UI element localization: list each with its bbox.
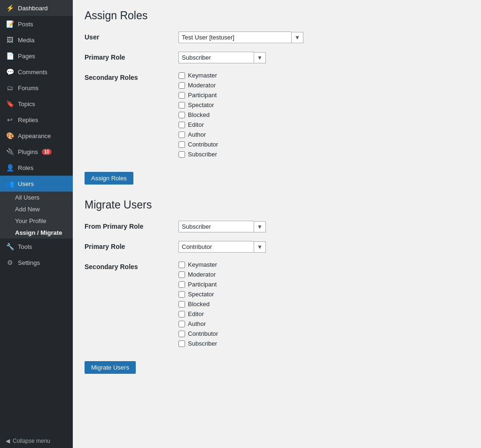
list-item[interactable]: Participant (178, 281, 218, 288)
sidebar-item-forums[interactable]: 🗂 Forums (0, 80, 73, 96)
media-icon: 🖼 (6, 36, 14, 44)
migrate-users-title: Migrate Users (85, 199, 469, 211)
posts-icon: 📝 (6, 20, 14, 28)
user-select[interactable]: Test User [testuser] (178, 31, 291, 43)
replies-icon: ↩ (6, 116, 14, 124)
secondary-roles-control: Keymaster Moderator Participant Spectato… (178, 72, 218, 158)
sidebar-item-media[interactable]: 🖼 Media (0, 32, 73, 48)
user-select-wrapper: Test User [testuser] ▼ (178, 31, 303, 43)
from-primary-role-control: Subscriber Contributor Author Editor ▼ (178, 221, 266, 232)
from-primary-role-select[interactable]: Subscriber Contributor Author Editor (178, 221, 254, 232)
sidebar-item-users[interactable]: 👥 Users (0, 176, 73, 192)
user-select-arrow[interactable]: ▼ (291, 32, 303, 43)
from-primary-role-row: From Primary Role Subscriber Contributor… (85, 221, 469, 232)
blocked-checkbox[interactable] (178, 112, 185, 118)
participant-checkbox[interactable] (178, 92, 185, 99)
keymaster-checkbox[interactable] (178, 72, 185, 79)
migrate-contributor-checkbox[interactable] (178, 331, 185, 337)
migrate-author-checkbox[interactable] (178, 321, 185, 327)
list-item[interactable]: Keymaster (178, 72, 218, 79)
users-submenu: All Users Add New Your Profile Assign / … (0, 192, 73, 239)
list-item[interactable]: Contributor (178, 330, 218, 337)
sidebar-item-dashboard[interactable]: ⚡ Dashboard (0, 0, 73, 16)
subscriber-checkbox[interactable] (178, 151, 185, 158)
list-item[interactable]: Editor (178, 121, 218, 128)
list-item[interactable]: Keymaster (178, 261, 218, 268)
list-item[interactable]: Spectator (178, 101, 218, 108)
sidebar-item-roles[interactable]: 👤 Roles (0, 160, 73, 176)
pages-icon: 📄 (6, 52, 14, 60)
migrate-secondary-roles-row: Secondary Roles Keymaster Moderator Part… (85, 261, 469, 347)
sidebar-item-settings[interactable]: ⚙ Settings (0, 255, 73, 270)
forums-icon: 🗂 (6, 84, 14, 92)
user-row: User Test User [testuser] ▼ (85, 31, 469, 43)
sidebar-item-topics[interactable]: 🔖 Topics (0, 96, 73, 112)
submenu-item-your-profile[interactable]: Your Profile (0, 215, 73, 227)
primary-role-row: Primary Role Subscriber Contributor Auth… (85, 52, 469, 63)
migrate-primary-role-select-arrow[interactable]: ▼ (254, 241, 266, 253)
submenu-item-all-users[interactable]: All Users (0, 192, 73, 203)
appearance-icon: 🎨 (6, 131, 14, 140)
list-item[interactable]: Author (178, 320, 218, 327)
user-label: User (85, 31, 178, 41)
migrate-primary-role-select[interactable]: Subscriber Contributor Author Editor (178, 241, 254, 253)
primary-role-label: Primary Role (85, 52, 178, 61)
list-item[interactable]: Moderator (178, 82, 218, 89)
sidebar-item-posts[interactable]: 📝 Posts (0, 16, 73, 32)
migrate-spectator-checkbox[interactable] (178, 291, 185, 298)
sidebar-item-appearance[interactable]: 🎨 Appearance (0, 128, 73, 144)
migrate-keymaster-checkbox[interactable] (178, 262, 185, 268)
migrate-blocked-checkbox[interactable] (178, 301, 185, 308)
from-primary-role-select-arrow[interactable]: ▼ (254, 221, 266, 232)
list-item[interactable]: Participant (178, 92, 218, 99)
list-item[interactable]: Subscriber (178, 340, 218, 347)
roles-icon: 👤 (6, 163, 14, 172)
comments-icon: 💬 (6, 68, 14, 76)
primary-role-control: Subscriber Contributor Author Editor ▼ (178, 52, 266, 63)
submenu-item-add-new[interactable]: Add New (0, 203, 73, 215)
list-item[interactable]: Subscriber (178, 151, 218, 158)
migrate-secondary-roles-label: Secondary Roles (85, 261, 178, 270)
secondary-roles-label: Secondary Roles (85, 72, 178, 81)
list-item[interactable]: Contributor (178, 141, 218, 148)
migrate-primary-role-select-wrapper: Subscriber Contributor Author Editor ▼ (178, 241, 266, 253)
list-item[interactable]: Blocked (178, 301, 218, 308)
primary-role-select[interactable]: Subscriber Contributor Author Editor (178, 52, 254, 63)
collapse-menu-button[interactable]: ◀ Collapse menu (0, 434, 73, 448)
plugins-icon: 🔌 (6, 147, 14, 156)
sidebar-item-replies[interactable]: ↩ Replies (0, 112, 73, 128)
sidebar-item-tools[interactable]: 🔧 Tools (0, 239, 73, 255)
editor-checkbox[interactable] (178, 122, 185, 128)
assign-roles-title: Assign Roles (85, 9, 469, 22)
primary-role-select-arrow[interactable]: ▼ (254, 52, 266, 63)
settings-icon: ⚙ (6, 258, 14, 267)
submenu-item-assign-migrate[interactable]: Assign / Migrate (0, 227, 73, 239)
sidebar-item-plugins[interactable]: 🔌 Plugins 10 (0, 144, 73, 160)
list-item[interactable]: Editor (178, 310, 218, 317)
tools-icon: 🔧 (6, 242, 14, 251)
sidebar-item-pages[interactable]: 📄 Pages (0, 48, 73, 64)
migrate-users-button[interactable]: Migrate Users (85, 361, 136, 374)
spectator-checkbox[interactable] (178, 102, 185, 108)
migrate-participant-checkbox[interactable] (178, 281, 185, 288)
main-content: Assign Roles User Test User [testuser] ▼… (73, 0, 481, 448)
list-item[interactable]: Blocked (178, 111, 218, 118)
list-item[interactable]: Author (178, 131, 218, 138)
assign-roles-button[interactable]: Assign Roles (85, 172, 133, 185)
sidebar: ⚡ Dashboard 📝 Posts 🖼 Media 📄 Pages 💬 Co… (0, 0, 73, 448)
plugins-badge: 10 (42, 149, 52, 155)
migrate-primary-role-row: Primary Role Subscriber Contributor Auth… (85, 241, 469, 253)
migrate-moderator-checkbox[interactable] (178, 271, 185, 278)
migrate-subscriber-checkbox[interactable] (178, 340, 185, 347)
migrate-checkbox-list: Keymaster Moderator Participant Spectato… (178, 261, 218, 347)
contributor-checkbox[interactable] (178, 141, 185, 148)
moderator-checkbox[interactable] (178, 82, 185, 89)
migrate-users-form: From Primary Role Subscriber Contributor… (85, 221, 469, 347)
list-item[interactable]: Spectator (178, 291, 218, 298)
migrate-secondary-roles-control: Keymaster Moderator Participant Spectato… (178, 261, 218, 347)
sidebar-item-comments[interactable]: 💬 Comments (0, 64, 73, 80)
author-checkbox[interactable] (178, 131, 185, 138)
list-item[interactable]: Moderator (178, 271, 218, 278)
migrate-primary-role-control: Subscriber Contributor Author Editor ▼ (178, 241, 266, 253)
migrate-editor-checkbox[interactable] (178, 311, 185, 317)
